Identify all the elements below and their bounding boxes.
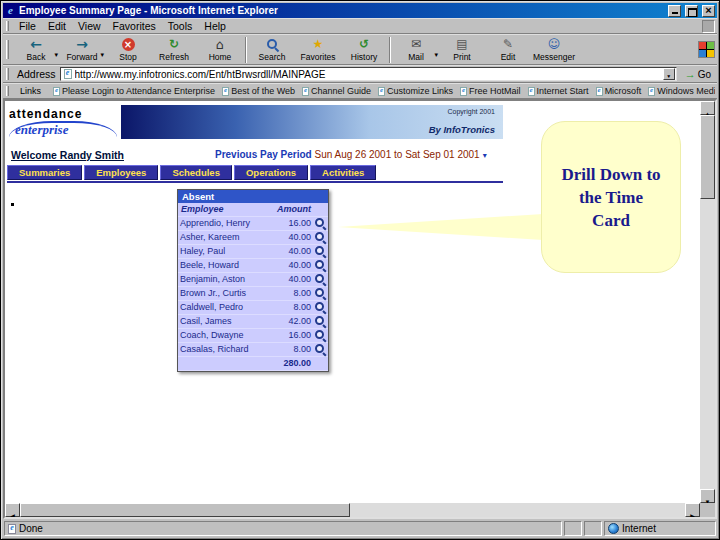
scroll-up-button[interactable] (700, 101, 715, 115)
attendance-enterprise-logo: attendance enterprise (7, 105, 121, 139)
scroll-down-button[interactable] (700, 489, 715, 503)
magnifier-icon[interactable] (315, 232, 326, 243)
pay-period-dates: Sun Aug 26 2001 to Sat Sep 01 2001 (315, 149, 480, 160)
stop-icon: × (122, 38, 135, 51)
link-item[interactable]: Windows Media (648, 86, 715, 96)
magnifier-icon[interactable] (315, 260, 326, 271)
employee-row[interactable]: Beele, Howard 40.00 (178, 258, 328, 272)
tabs-underline (7, 181, 503, 183)
magnifier-icon[interactable] (315, 274, 326, 285)
magnifier-icon[interactable] (315, 288, 326, 299)
vertical-scrollbar[interactable] (700, 101, 715, 503)
magnifier-icon[interactable] (315, 218, 326, 229)
toolbar-button[interactable]: ↺ History (341, 36, 387, 64)
employee-column-header: Employee (178, 203, 275, 216)
mail-icon: ✉ (411, 38, 421, 51)
messenger-icon: ☺ (548, 38, 561, 51)
toolbar-button[interactable]: ↻ Refresh (151, 36, 197, 64)
menu-item[interactable]: View (72, 20, 107, 32)
scroll-right-button[interactable] (685, 503, 700, 517)
go-button[interactable]: Go (681, 68, 715, 80)
page-content: attendance enterprise Copyright 2001 By … (3, 99, 717, 519)
toolbar-grip[interactable] (6, 21, 9, 31)
magnifier-icon[interactable] (315, 330, 326, 341)
total-amount: 280.00 (275, 356, 313, 370)
toolbar-button[interactable]: Search (249, 36, 295, 64)
nav-tab[interactable]: Employees (84, 165, 158, 180)
toolbar-button[interactable]: ★ Favorites (295, 36, 341, 64)
menu-item[interactable]: Help (198, 20, 232, 32)
employee-row[interactable]: Apprendio, Henry 16.00 (178, 216, 328, 230)
employee-name-cell: Casalas, Richard (178, 342, 275, 356)
edit-icon: ✎ (503, 38, 513, 51)
toolbar-separator (245, 37, 247, 63)
employee-row[interactable]: Haley, Paul 40.00 (178, 244, 328, 258)
link-item[interactable]: Customize Links (378, 86, 453, 96)
link-item[interactable]: Free HotMail (460, 86, 521, 96)
employee-row[interactable]: Asher, Kareem 40.00 (178, 230, 328, 244)
address-url: http://www.my.infotronics.com/Ent/htBrws… (75, 69, 660, 80)
logo-text-enterprise: enterprise (9, 121, 117, 137)
magnifier-icon[interactable] (315, 344, 326, 355)
minimize-button[interactable] (668, 5, 681, 17)
globe-icon (608, 523, 619, 534)
status-message-panel: Done (4, 521, 562, 536)
nav-tab[interactable]: Summaries (7, 165, 82, 180)
nav-tab[interactable]: Operations (234, 165, 308, 180)
employee-name-cell: Coach, Dwayne (178, 328, 275, 342)
vertical-scroll-thumb[interactable] (700, 115, 715, 199)
scroll-left-button[interactable] (5, 503, 20, 517)
toolbar-button[interactable]: ✉ Mail (393, 36, 439, 64)
search-icon (266, 38, 279, 51)
menu-item[interactable]: File (13, 20, 42, 32)
nav-tabs: SummariesEmployeesSchedulesOperationsAct… (7, 165, 376, 180)
employee-row[interactable]: Casil, James 42.00 (178, 314, 328, 328)
magnifier-icon[interactable] (315, 316, 326, 327)
toolbar-button[interactable]: ▤ Print (439, 36, 485, 64)
maximize-button[interactable] (685, 5, 698, 17)
address-dropdown-button[interactable] (663, 68, 675, 80)
dropdown-caret-icon[interactable] (434, 43, 438, 61)
go-icon (685, 68, 696, 80)
favorites-icon: ★ (313, 38, 324, 51)
address-input[interactable]: http://www.my.infotronics.com/Ent/htBrws… (60, 67, 677, 81)
toolbar-button[interactable]: ✎ Edit (485, 36, 531, 64)
dropdown-caret-icon[interactable] (54, 43, 58, 61)
toolbar-button[interactable]: ⌂ Home (197, 36, 243, 64)
menu-item[interactable]: Tools (162, 20, 199, 32)
copyright-text: Copyright 2001 (448, 108, 495, 115)
status-panel-spacer (564, 521, 582, 536)
toolbar-button[interactable]: ☺ Messenger (531, 36, 577, 64)
dropdown-caret-icon[interactable] (100, 43, 104, 61)
toolbar-button[interactable]: ← Back (13, 36, 59, 64)
menu-item[interactable]: Edit (42, 20, 72, 32)
close-button[interactable] (702, 5, 715, 17)
pay-period-selector[interactable]: Previous Pay Period Sun Aug 26 2001 to S… (215, 149, 487, 160)
employee-row[interactable]: Casalas, Richard 8.00 (178, 342, 328, 356)
nav-tab[interactable]: Activities (310, 165, 376, 180)
toolbar-grip[interactable] (6, 40, 9, 59)
employee-row[interactable]: Caldwell, Pedro 8.00 (178, 300, 328, 314)
menu-item[interactable]: Favorites (107, 20, 162, 32)
horizontal-scrollbar[interactable] (5, 503, 700, 517)
employee-row[interactable]: Brown Jr., Curtis 8.00 (178, 286, 328, 300)
link-item[interactable]: Internet Start (528, 86, 589, 96)
employee-row[interactable]: Benjamin, Aston 40.00 (178, 272, 328, 286)
link-item[interactable]: Microsoft (596, 86, 642, 96)
employee-row[interactable]: Coach, Dwayne 16.00 (178, 328, 328, 342)
toolbar-grip[interactable] (6, 86, 9, 96)
nav-tab[interactable]: Schedules (160, 165, 232, 180)
magnifier-icon[interactable] (315, 302, 326, 313)
amount-cell: 16.00 (275, 328, 313, 342)
slide: e Employee Summary Page - Microsoft Inte… (0, 0, 720, 540)
magnifier-icon[interactable] (315, 246, 326, 257)
link-item[interactable]: Please Login to Attendance Enterprise (53, 86, 215, 96)
pay-period-dropdown-icon[interactable] (480, 149, 487, 160)
link-item[interactable]: Channel Guide (302, 86, 371, 96)
link-item[interactable]: Best of the Web (222, 86, 295, 96)
toolbar-button[interactable]: → Forward (59, 36, 105, 64)
ie-page-icon (302, 87, 309, 96)
horizontal-scroll-thumb[interactable] (20, 503, 350, 517)
toolbar-button[interactable]: × Stop (105, 36, 151, 64)
toolbar-grip[interactable] (6, 68, 9, 80)
